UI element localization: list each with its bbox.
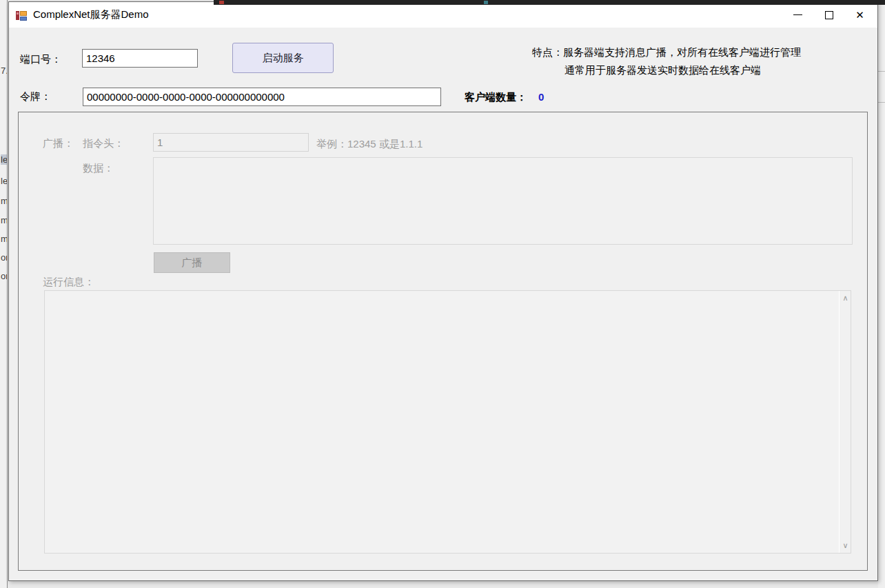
start-service-button[interactable]: 启动服务 xyxy=(232,43,334,73)
broadcast-group-label: 广播： xyxy=(43,137,74,150)
app-window: ComplexNet服务器Demo ✕ 端口号： 启动服务 特点：服务器端支持消… xyxy=(8,1,878,581)
app-icon xyxy=(16,10,27,21)
client-count-value: 0 xyxy=(538,91,544,103)
broadcast-button: 广播 xyxy=(154,252,230,273)
runinfo-textarea[interactable]: ∧ ∨ xyxy=(44,290,851,554)
token-input[interactable] xyxy=(83,88,441,106)
runinfo-label: 运行信息： xyxy=(43,276,94,289)
background-text-fragment: m xyxy=(1,234,8,244)
background-text-fragment: le xyxy=(1,154,8,165)
maximize-icon xyxy=(825,11,833,19)
background-window-sliver-left: 7. le le m m m or or xyxy=(0,0,8,588)
command-header-input xyxy=(153,133,309,152)
scroll-up-icon[interactable]: ∧ xyxy=(840,292,851,304)
broadcast-groupbox: 广播： 指令头： 举例：12345 或是1.1.1 数据： 广播 运行信息： ∧… xyxy=(18,112,868,571)
screen: 7. le le m m m or or ComplexNet服务器Demo ✕ xyxy=(0,0,885,588)
maximize-button[interactable] xyxy=(813,2,844,28)
background-fragment xyxy=(219,1,224,4)
data-label: 数据： xyxy=(83,162,114,175)
background-text-fragment: or xyxy=(1,271,8,281)
titlebar[interactable]: ComplexNet服务器Demo ✕ xyxy=(9,2,877,28)
minimize-icon xyxy=(793,14,802,15)
background-text-fragment: m xyxy=(1,215,8,225)
client-count-label: 客户端数量： xyxy=(465,91,527,104)
window-title: ComplexNet服务器Demo xyxy=(33,8,149,21)
background-line xyxy=(878,102,885,103)
feature-line1: 特点：服务器端支持消息广播，对所有在线客户端进行管理 xyxy=(532,43,801,61)
feature-description: 特点：服务器端支持消息广播，对所有在线客户端进行管理 通常用于服务器发送实时数据… xyxy=(532,43,801,80)
command-header-label: 指令头： xyxy=(83,137,124,150)
scroll-down-icon[interactable]: ∨ xyxy=(840,540,851,551)
background-window-sliver-top xyxy=(214,0,885,5)
token-label: 令牌： xyxy=(20,90,51,103)
port-label: 端口号： xyxy=(20,53,61,66)
feature-line2: 通常用于服务器发送实时数据给在线客户端 xyxy=(564,61,801,79)
background-text-fragment: le xyxy=(1,176,8,186)
background-text-fragment: 7. xyxy=(1,65,8,76)
close-icon: ✕ xyxy=(855,10,864,20)
background-text-fragment: or xyxy=(1,252,8,263)
close-button[interactable]: ✕ xyxy=(844,2,875,28)
example-hint: 举例：12345 或是1.1.1 xyxy=(316,138,423,151)
background-text-fragment: m xyxy=(1,196,8,206)
data-textarea xyxy=(153,157,853,245)
background-fragment xyxy=(484,1,488,4)
runinfo-scrollbar[interactable]: ∧ ∨ xyxy=(839,291,851,553)
background-window-sliver-right xyxy=(878,0,885,588)
port-input[interactable] xyxy=(82,49,198,68)
minimize-button[interactable] xyxy=(782,2,813,28)
background-line xyxy=(878,71,885,72)
